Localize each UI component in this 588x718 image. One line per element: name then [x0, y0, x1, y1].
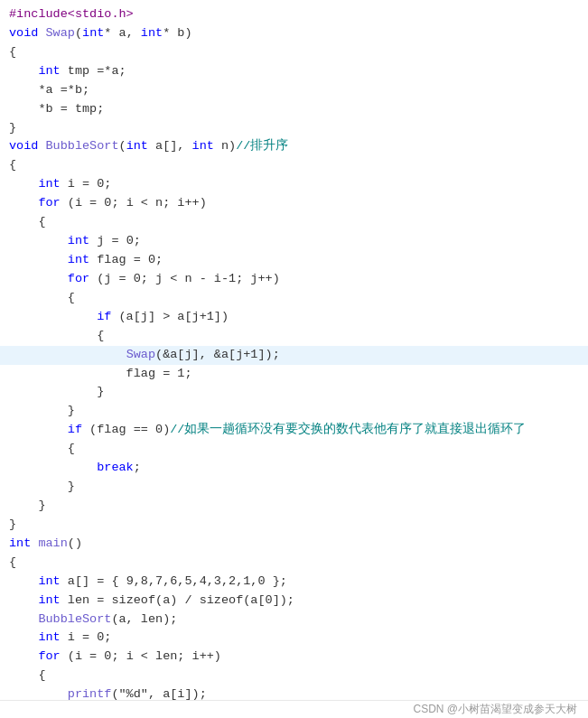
code-line: for (i = 0; i < len; i++) [9, 648, 579, 667]
code-line: if (flag == 0)//如果一趟循环没有要交换的数代表他有序了就直接退出… [9, 421, 579, 440]
code-line: } [9, 516, 579, 535]
code-line: for (j = 0; j < n - i-1; j++) [9, 270, 579, 289]
code-line: } [9, 497, 579, 516]
code-line: } [9, 402, 579, 421]
code-line: flag = 1; [9, 365, 579, 384]
code-line: { [9, 667, 579, 685]
code-line: int a[] = { 9,8,7,6,5,4,3,2,1,0 }; [9, 573, 579, 592]
code-line: void BubbleSort(int a[], int n)//排升序 [9, 137, 579, 156]
code-line: break; [9, 459, 579, 478]
code-line: int j = 0; [9, 232, 579, 251]
code-line: int i = 0; [9, 175, 579, 194]
code-line: { [9, 327, 579, 346]
code-line: int tmp =*a; [9, 62, 579, 81]
code-line: if (a[j] > a[j+1]) [9, 308, 579, 327]
code-line: { [9, 289, 579, 308]
code-line: int main() [9, 535, 579, 554]
code-line: Swap(&a[j], &a[j+1]); [0, 346, 588, 365]
code-line: } [9, 119, 579, 138]
code-line: void Swap(int* a, int* b) [9, 24, 579, 43]
code-line: } [9, 383, 579, 402]
code-line: } [9, 478, 579, 497]
code-line: { [9, 213, 579, 232]
code-editor: #include<stdio.h>void Swap(int* a, int* … [0, 0, 588, 700]
code-line: #include<stdio.h> [9, 5, 579, 24]
code-line: *a =*b; [9, 81, 579, 100]
code-line: *b = tmp; [9, 100, 579, 119]
code-line: int i = 0; [9, 629, 579, 648]
code-line: printf("%d", a[i]); [9, 685, 579, 700]
code-line: { [9, 156, 579, 175]
code-line: int len = sizeof(a) / sizeof(a[0]); [9, 592, 579, 611]
code-line: int flag = 0; [9, 251, 579, 270]
footer-text: CSDN @小树苗渴望变成参天大树 [413, 701, 577, 718]
code-line: for (i = 0; i < n; i++) [9, 194, 579, 213]
code-line: BubbleSort(a, len); [9, 611, 579, 629]
code-line: { [9, 554, 579, 573]
code-line: { [9, 43, 579, 62]
code-line: { [9, 440, 579, 459]
footer: CSDN @小树苗渴望变成参天大树 [0, 700, 588, 718]
code-block: #include<stdio.h>void Swap(int* a, int* … [9, 5, 579, 700]
